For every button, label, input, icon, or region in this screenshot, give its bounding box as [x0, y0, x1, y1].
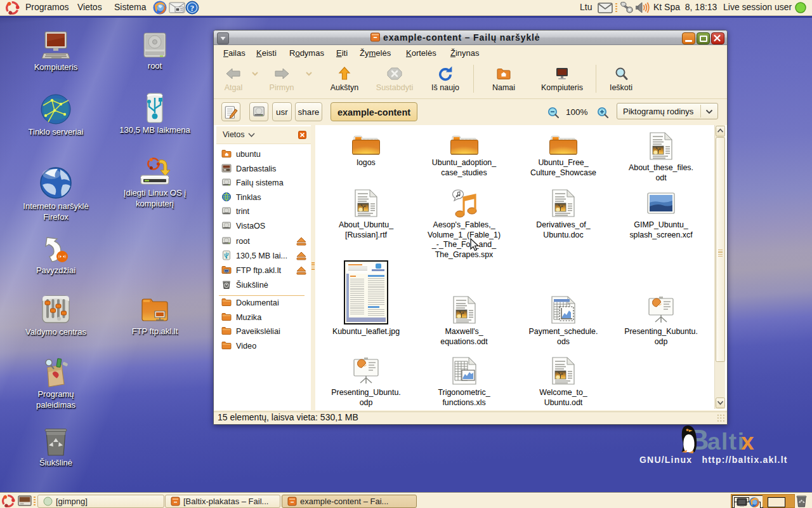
- svg-text:x: x: [741, 429, 754, 455]
- svg-text:?: ?: [190, 3, 195, 13]
- svg-text:alti: alti: [707, 429, 745, 455]
